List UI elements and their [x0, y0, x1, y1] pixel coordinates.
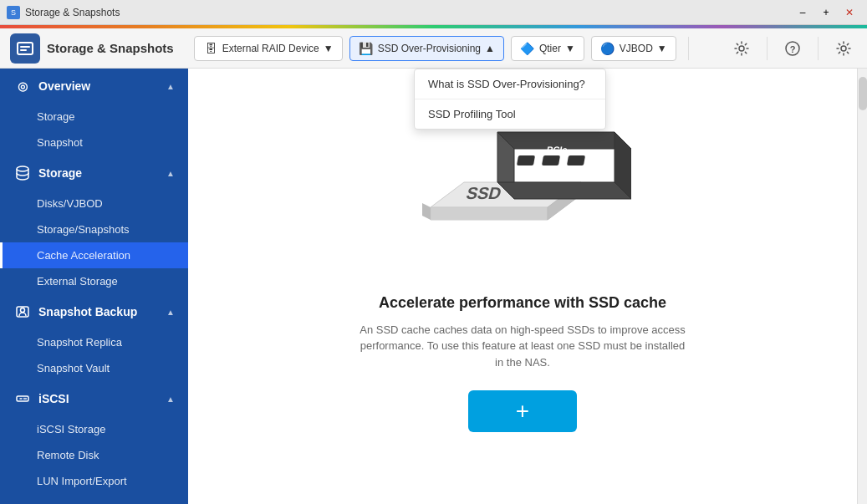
storage-chevron: ▲	[166, 169, 175, 178]
overview-icon: ◎	[13, 77, 32, 95]
qtier-chevron: ▼	[565, 43, 575, 54]
svg-rect-2	[20, 49, 27, 51]
content-title: Accelerate performance with SSD cache	[355, 294, 690, 312]
svg-rect-0	[18, 43, 33, 54]
sidebar-item-storage[interactable]: Storage	[0, 104, 188, 130]
toolbar-sep-2	[767, 37, 768, 60]
preferences-button[interactable]	[830, 35, 857, 62]
minimize-button[interactable]: –	[792, 4, 813, 21]
svg-text:?: ?	[790, 43, 796, 53]
sidebar-section-overview[interactable]: ◎ Overview ▲	[0, 69, 188, 104]
sidebar-section-snapshot-backup[interactable]: Snapshot Backup ▲	[0, 294, 188, 329]
qtier-icon: 🔷	[520, 41, 535, 56]
app-main-icon	[10, 33, 40, 64]
sidebar-item-snapshot-replica[interactable]: Snapshot Replica	[0, 329, 188, 355]
title-bar: S Storage & Snapshots – + ✕	[0, 0, 867, 25]
sidebar-section-iscsi[interactable]: iSCSI ▲	[0, 381, 188, 416]
svg-marker-15	[422, 203, 431, 220]
main-layout: ◎ Overview ▲ Storage Snapshot Storage ▲ …	[0, 69, 867, 504]
svg-rect-24	[567, 155, 585, 165]
storage-section-icon	[13, 164, 32, 182]
maximize-button[interactable]: +	[815, 4, 837, 21]
qtier-label: Qtier	[539, 43, 561, 54]
overview-chevron: ▲	[166, 82, 175, 91]
right-scrollbar[interactable]	[857, 69, 867, 504]
svg-rect-22	[517, 155, 535, 165]
content-center: Accelerate performance with SSD cache An…	[339, 277, 706, 450]
ssd-op-button[interactable]: 💾 SSD Over-Provisioning ▲	[349, 36, 504, 61]
ssd-op-chevron: ▲	[485, 43, 495, 54]
toolbar-sep-1	[688, 37, 689, 60]
toolbar-sep-3	[818, 37, 819, 60]
dropdown-item-what-is[interactable]: What is SSD Over-Provisioning?	[415, 69, 605, 99]
svg-marker-12	[431, 207, 548, 220]
external-raid-chevron: ▼	[324, 43, 334, 54]
sidebar-item-lun-import-export[interactable]: LUN Import/Export	[0, 468, 188, 494]
toolbar-right: ?	[728, 35, 857, 62]
sidebar-item-storage-snapshots[interactable]: Storage/Snapshots	[0, 216, 188, 242]
iscsi-chevron: ▲	[166, 395, 175, 404]
external-raid-button[interactable]: 🗄 External RAID Device ▼	[194, 36, 343, 61]
svg-rect-23	[542, 155, 560, 165]
ssd-op-label: SSD Over-Provisioning	[378, 43, 481, 54]
scrollbar-thumb	[859, 77, 867, 110]
sidebar-item-snapshot[interactable]: Snapshot	[0, 130, 188, 155]
svg-rect-10	[17, 396, 28, 401]
dropdown-item-profiling-tool[interactable]: SSD Profiling Tool	[415, 99, 605, 129]
vjbod-button[interactable]: 🔵 VJBOD ▼	[591, 36, 676, 61]
svg-text:SSD: SSD	[464, 184, 503, 202]
sidebar-section-storage[interactable]: Storage ▲	[0, 155, 188, 191]
close-button[interactable]: ✕	[839, 4, 860, 21]
svg-text:PCIe: PCIe	[546, 145, 569, 155]
external-raid-icon: 🗄	[203, 41, 218, 56]
ssd-illustration: SSD PCIe SSD	[414, 124, 631, 257]
ssd-op-dropdown-menu: What is SSD Over-Provisioning? SSD Profi…	[414, 69, 606, 130]
iscsi-icon	[13, 389, 32, 408]
window-controls: – + ✕	[792, 4, 860, 21]
svg-point-9	[21, 308, 25, 313]
qtier-button[interactable]: 🔷 Qtier ▼	[511, 36, 584, 61]
snapshot-backup-icon	[13, 303, 32, 321]
sidebar-item-cache-acceleration[interactable]: Cache Acceleration	[0, 242, 188, 268]
vjbod-label: VJBOD	[620, 43, 653, 54]
vjbod-icon: 🔵	[600, 41, 615, 56]
svg-point-3	[739, 46, 744, 51]
help-button[interactable]: ?	[779, 35, 806, 62]
svg-point-6	[841, 46, 846, 51]
storage-section-label: Storage	[38, 166, 166, 180]
title-bar-text: Storage & Snapshots	[25, 7, 120, 18]
content-area: SSD PCIe SSD	[188, 69, 857, 504]
content-description: An SSD cache caches data on high-speed S…	[355, 322, 690, 371]
iscsi-label: iSCSI	[38, 392, 166, 405]
overview-label: Overview	[38, 79, 166, 93]
vjbod-chevron: ▼	[657, 43, 667, 54]
app-title-text: Storage & Snapshots	[47, 41, 174, 55]
sidebar: ◎ Overview ▲ Storage Snapshot Storage ▲ …	[0, 69, 188, 504]
snapshot-backup-label: Snapshot Backup	[38, 305, 166, 318]
toolbar: Storage & Snapshots 🗄 External RAID Devi…	[0, 28, 867, 69]
external-raid-label: External RAID Device	[222, 43, 319, 54]
ssd-op-icon: 💾	[359, 41, 374, 56]
add-cache-button[interactable]: +	[468, 390, 577, 432]
svg-rect-1	[20, 46, 30, 48]
settings-cog-button[interactable]	[728, 35, 755, 62]
snapshot-backup-chevron: ▲	[166, 308, 175, 317]
sidebar-item-remote-disk[interactable]: Remote Disk	[0, 442, 188, 468]
app-title-area: Storage & Snapshots	[10, 33, 174, 64]
svg-point-7	[17, 166, 28, 171]
svg-marker-19	[497, 182, 631, 199]
sidebar-item-external-storage[interactable]: External Storage	[0, 268, 188, 294]
sidebar-item-iscsi-storage[interactable]: iSCSI Storage	[0, 416, 188, 442]
sidebar-item-snapshot-vault[interactable]: Snapshot Vault	[0, 355, 188, 381]
sidebar-item-disks-vjbod[interactable]: Disks/VJBOD	[0, 191, 188, 216]
app-icon-small: S	[7, 6, 20, 19]
